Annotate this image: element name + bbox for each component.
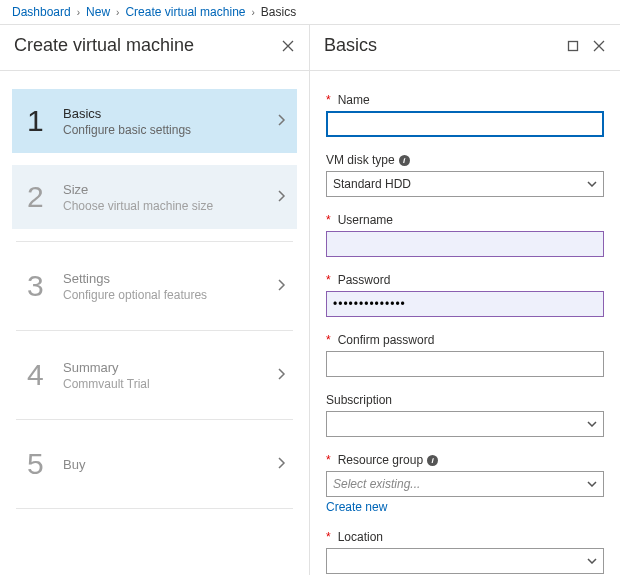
disk-type-select[interactable]: Standard HDD	[326, 171, 604, 197]
step-subtitle: Configure optional features	[63, 288, 277, 302]
chevron-right-icon: ›	[116, 7, 119, 18]
info-icon[interactable]: i	[427, 455, 438, 466]
required-icon: *	[326, 273, 331, 287]
step-summary[interactable]: 4 Summary Commvault Trial	[12, 343, 297, 407]
step-title: Basics	[63, 106, 277, 121]
chevron-right-icon	[277, 456, 286, 473]
step-title: Size	[63, 182, 277, 197]
resource-group-label: Resource group	[338, 453, 423, 467]
breadcrumb-create-vm[interactable]: Create virtual machine	[125, 5, 245, 19]
required-icon: *	[326, 530, 331, 544]
close-icon[interactable]	[281, 39, 295, 53]
step-size[interactable]: 2 Size Choose virtual machine size	[12, 165, 297, 229]
resource-group-placeholder: Select existing...	[333, 477, 420, 491]
required-icon: *	[326, 213, 331, 227]
confirm-password-label: Confirm password	[338, 333, 435, 347]
password-label: Password	[338, 273, 391, 287]
name-input[interactable]	[326, 111, 604, 137]
chevron-right-icon	[277, 189, 286, 206]
close-icon[interactable]	[592, 39, 606, 53]
step-basics[interactable]: 1 Basics Configure basic settings	[12, 89, 297, 153]
disk-type-label: VM disk type	[326, 153, 395, 167]
basics-blade: Basics *Name VM disk type i Standard HDD…	[310, 25, 620, 575]
step-title: Buy	[63, 457, 277, 472]
breadcrumb-dashboard[interactable]: Dashboard	[12, 5, 71, 19]
step-number: 3	[27, 269, 63, 303]
blade-title: Create virtual machine	[14, 35, 194, 56]
name-label: Name	[338, 93, 370, 107]
step-title: Summary	[63, 360, 277, 375]
resource-group-select[interactable]: Select existing...	[326, 471, 604, 497]
step-title: Settings	[63, 271, 277, 286]
required-icon: *	[326, 453, 331, 467]
divider	[16, 419, 293, 420]
divider	[16, 330, 293, 331]
chevron-right-icon	[277, 367, 286, 384]
step-subtitle: Commvault Trial	[63, 377, 277, 391]
blade-title: Basics	[324, 35, 377, 56]
subscription-label: Subscription	[326, 393, 392, 407]
svg-rect-0	[569, 41, 578, 50]
password-input[interactable]	[326, 291, 604, 317]
step-number: 4	[27, 358, 63, 392]
step-number: 1	[27, 104, 63, 138]
step-settings[interactable]: 3 Settings Configure optional features	[12, 254, 297, 318]
location-select[interactable]	[326, 548, 604, 574]
chevron-right-icon	[277, 278, 286, 295]
step-subtitle: Choose virtual machine size	[63, 199, 277, 213]
wizard-blade: Create virtual machine 1 Basics Configur…	[0, 25, 310, 575]
step-buy[interactable]: 5 Buy	[12, 432, 297, 496]
disk-type-value: Standard HDD	[333, 177, 411, 191]
username-input[interactable]	[326, 231, 604, 257]
create-new-link[interactable]: Create new	[326, 500, 387, 514]
chevron-right-icon	[277, 113, 286, 130]
breadcrumb-current: Basics	[261, 5, 296, 19]
chevron-right-icon: ›	[77, 7, 80, 18]
breadcrumb: Dashboard › New › Create virtual machine…	[0, 0, 620, 25]
subscription-select[interactable]	[326, 411, 604, 437]
username-label: Username	[338, 213, 393, 227]
location-label: Location	[338, 530, 383, 544]
divider	[16, 508, 293, 509]
chevron-right-icon: ›	[251, 7, 254, 18]
breadcrumb-new[interactable]: New	[86, 5, 110, 19]
step-number: 2	[27, 180, 63, 214]
step-subtitle: Configure basic settings	[63, 123, 277, 137]
info-icon[interactable]: i	[399, 155, 410, 166]
restore-icon[interactable]	[566, 39, 580, 53]
confirm-password-input[interactable]	[326, 351, 604, 377]
required-icon: *	[326, 93, 331, 107]
required-icon: *	[326, 333, 331, 347]
step-number: 5	[27, 447, 63, 481]
divider	[16, 241, 293, 242]
